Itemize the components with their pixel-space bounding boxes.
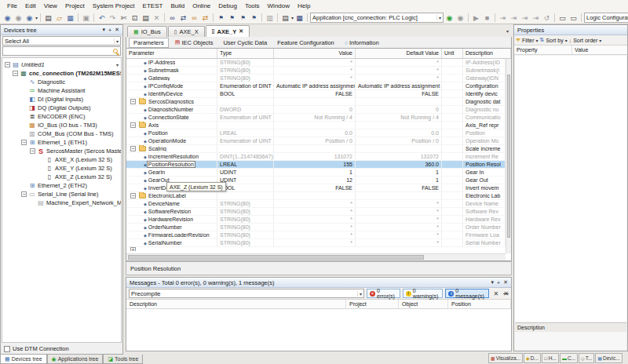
col-project[interactable]: Project xyxy=(346,300,399,308)
menu-project[interactable]: Project xyxy=(61,2,89,10)
tab-c[interactable]: ▬C... xyxy=(560,353,578,363)
col-value[interactable]: Value xyxy=(572,46,627,54)
tree-item-axe-z[interactable]: ▯AXE_Z (Lexium 32 S) xyxy=(2,173,121,181)
tree-search-input[interactable] xyxy=(2,46,121,56)
expand-toggle[interactable] xyxy=(5,62,10,67)
menu-tools[interactable]: Tools xyxy=(241,2,264,10)
subtab-information[interactable]: ○Information xyxy=(341,38,383,47)
application-combo-caret-icon[interactable]: ▾ xyxy=(436,15,441,20)
menu-system-project[interactable]: System Project xyxy=(89,2,139,10)
sort-by-caret-icon[interactable]: ▾ xyxy=(565,38,568,43)
collapse-toggle[interactable] xyxy=(130,122,136,128)
close-icon[interactable]: ✕ xyxy=(503,279,508,286)
login-icon[interactable]: ◉ xyxy=(444,13,455,23)
tree-item-com-bus[interactable]: ▥COM_Bus (COM Bus - TMS) xyxy=(2,129,121,138)
subtab-iec-objects[interactable]: ▤IEC Objects xyxy=(171,38,217,47)
table-row[interactable]: ◆FirmwareLoaderRevisionSTRING(80)**Firmw… xyxy=(126,231,506,239)
subtab-user-cyclic-data[interactable]: User Cyclic Data xyxy=(219,38,271,47)
tree-item-machine-assistant[interactable]: ⇨Machine Assistant xyxy=(2,86,121,95)
new-object-icon[interactable]: ▤ xyxy=(280,13,290,23)
delete-icon[interactable]: ✕ xyxy=(152,13,162,23)
bookmark-next-icon[interactable]: ⚑ xyxy=(227,13,237,23)
menu-online[interactable]: Online xyxy=(188,2,214,10)
bookmark-toggle-icon[interactable]: ⚑ xyxy=(216,13,226,23)
subtab-feature-configuration[interactable]: Feature Configuration xyxy=(273,38,338,47)
properties-body[interactable] xyxy=(515,56,626,322)
table-row-partial[interactable] xyxy=(126,247,506,251)
step-out-icon[interactable]: ⇥ xyxy=(520,13,530,23)
sort-by-button[interactable]: Sort by xyxy=(546,38,563,43)
write-values-icon[interactable]: ▭ xyxy=(557,13,568,23)
scrollbar-thumb[interactable] xyxy=(128,255,424,260)
collapse-toggle[interactable] xyxy=(130,99,136,104)
save-icon[interactable]: ▦ xyxy=(65,13,75,23)
expand-toggle[interactable] xyxy=(130,247,136,251)
table-row[interactable]: ◆PositionLREAL0.00.0Position xyxy=(126,129,506,137)
bookmark-clear-icon[interactable]: ⚑ xyxy=(249,13,259,23)
table-row[interactable]: ◆DeviceNameSTRING(80)**Device Name xyxy=(126,200,506,208)
table-row[interactable]: ◆DiagnosticNumberDWORD00Diagnostic nu xyxy=(126,106,506,114)
nav-back-icon[interactable]: ◉ xyxy=(2,13,13,23)
col-type[interactable]: Type xyxy=(217,49,274,58)
tree-item-diagnostic[interactable]: ∿Diagnostic xyxy=(2,78,121,86)
col-value[interactable]: Value xyxy=(274,49,356,58)
sort-order-button[interactable]: Sort order xyxy=(573,38,597,43)
tab-tools-tree[interactable]: ◪Tools tree xyxy=(103,355,143,364)
pin-icon[interactable]: + xyxy=(108,27,111,33)
errors-filter-button[interactable]: ×0 error(s) xyxy=(367,289,400,298)
tree-item-serial-line[interactable]: ▭Serial_Line (Serial line) xyxy=(2,190,121,198)
tree-item-encoder[interactable]: ≣ENCODER (ENC) xyxy=(2,112,121,121)
table-folder-row[interactable]: ScalingScale increme xyxy=(126,145,506,153)
panel-menu-icon[interactable]: ▾ xyxy=(103,27,106,33)
tab-applications-tree[interactable]: ◉Applications tree xyxy=(47,355,104,364)
table-row[interactable]: ◆OrderNumberSTRING(80)**Order Number xyxy=(126,224,506,231)
filter-caret-icon[interactable]: ▾ xyxy=(536,38,539,43)
paste-icon[interactable]: ▤ xyxy=(141,13,151,23)
menu-file[interactable]: File xyxy=(3,2,21,10)
scope-caret-icon[interactable]: ▾ xyxy=(114,38,119,44)
table-folder-row[interactable]: ElectronicLabelElectronic Lab xyxy=(126,192,506,200)
table-row-selected[interactable]: ◆PositionResolutionLREAL155360.0Position… xyxy=(126,161,506,169)
tab-d[interactable]: ◆D... xyxy=(524,353,541,363)
table-row[interactable]: ◆SubnetmaskSTRING(80)**Subnetmask(I xyxy=(126,67,506,75)
filter-button[interactable]: Filter xyxy=(522,38,535,43)
menu-debug[interactable]: Debug xyxy=(214,2,241,10)
tree-item-dq[interactable]: ◨DQ (Digital Outputs) xyxy=(2,104,121,112)
tab-t[interactable]: ◇T... xyxy=(579,353,594,363)
tree-item-di[interactable]: ◧DI (Digital Inputs) xyxy=(2,95,121,104)
step-into-icon[interactable]: ⇥ xyxy=(509,13,519,23)
expand-toggle[interactable] xyxy=(13,71,18,76)
pin-icon[interactable]: + xyxy=(497,280,500,286)
table-folder-row[interactable]: SercosDiagnosticsDiagnostic dat xyxy=(126,98,506,106)
tree-root-dropdown-icon[interactable]: ▾ xyxy=(116,62,121,67)
scrollbar-thumb[interactable] xyxy=(507,75,510,238)
redo-icon[interactable]: ↷ xyxy=(108,13,118,23)
copy-icon[interactable]: ⊡ xyxy=(130,13,140,23)
start-icon[interactable]: ▶ xyxy=(471,13,481,23)
table-row[interactable]: ◆IdentifyDeviceBOOLFALSEFALSEIdentify de… xyxy=(126,90,506,98)
tree-item-axe-x[interactable]: ▯AXE_X (Lexium 32 S) xyxy=(2,155,121,164)
undo-icon[interactable]: ↶ xyxy=(97,13,107,23)
tab-list-dropdown-icon[interactable]: ▾ xyxy=(506,28,512,34)
clear-messages-icon[interactable]: ✕ xyxy=(494,290,499,297)
nav-options-caret-icon[interactable]: ▾ xyxy=(35,15,38,20)
table-row[interactable]: ◆IncrementResolutionDINT(1..2147483647)1… xyxy=(126,153,506,161)
logout-icon[interactable]: ◉ xyxy=(455,13,466,23)
tree-item-sercos-master[interactable]: SSercosMaster (Sercos Master) xyxy=(2,147,121,155)
bookmark-prev-icon[interactable]: ⚑ xyxy=(238,13,248,23)
table-horizontal-scrollbar[interactable] xyxy=(126,253,506,260)
menu-window[interactable]: Window xyxy=(264,2,294,10)
dtm-connection-checkbox[interactable] xyxy=(4,346,10,352)
col-unit[interactable]: Unit xyxy=(442,49,463,58)
reset-icon[interactable]: ↺ xyxy=(542,13,552,23)
table-row[interactable]: ◆IP-AddressSTRING(80)**IP-Address(ID xyxy=(126,59,506,67)
new-object-caret-icon[interactable]: ▾ xyxy=(291,15,294,20)
table-folder-row[interactable]: AxisAxis_Ref repr xyxy=(126,122,506,129)
print-icon[interactable]: ▣ xyxy=(81,13,91,23)
application-combo[interactable]: Application [cnc_connection: PLC Logic]▾ xyxy=(310,13,444,23)
tree-item-io-bus[interactable]: ▦IO_Bus (IO bus - TM3) xyxy=(2,121,121,129)
parameter-name-editbox[interactable]: PositionResolution xyxy=(147,161,195,168)
tree-item-ethernet1[interactable]: ⊞Ethernet_1 (ETH1) xyxy=(2,138,121,147)
tree-item-root[interactable]: ▤Untitled1▾ xyxy=(2,60,121,69)
tab-visualization-toolbox[interactable]: ▩Visualiza... xyxy=(488,353,523,363)
